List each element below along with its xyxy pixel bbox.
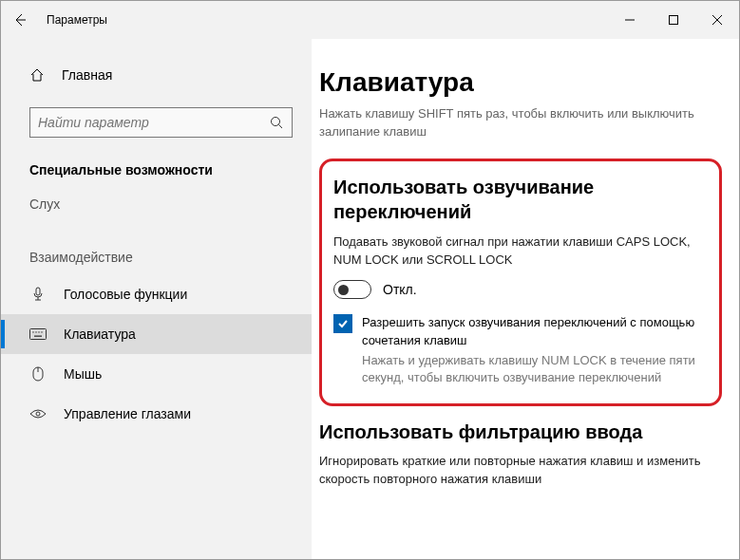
sidebar-item-keyboard[interactable]: Клавиатура	[1, 314, 312, 354]
highlighted-section: Использовать озвучивание переключений По…	[319, 159, 722, 406]
maximize-icon	[669, 15, 678, 25]
sidebar-item-speech[interactable]: Голосовые функции	[1, 274, 312, 314]
window-body: Главная Специальные возможности Слух Вза…	[1, 39, 739, 559]
svg-line-6	[279, 125, 283, 129]
toggle-knob	[338, 285, 349, 295]
sidebar-item-eyecontrol[interactable]: Управление глазами	[1, 394, 312, 434]
svg-point-11	[38, 331, 39, 332]
maximize-button[interactable]	[652, 1, 695, 39]
togglekeys-switch[interactable]	[333, 280, 371, 299]
checkbox-hint: Нажать и удерживать клавишу NUM LOCK в т…	[362, 352, 708, 386]
window-controls	[608, 1, 739, 39]
svg-rect-8	[30, 329, 47, 340]
search-icon	[269, 115, 284, 130]
close-button[interactable]	[695, 1, 739, 39]
svg-point-16	[36, 412, 40, 416]
arrow-left-icon	[12, 12, 28, 28]
sidebar-group-interaction: Взаимодействие	[1, 240, 312, 274]
sidebar: Главная Специальные возможности Слух Вза…	[1, 39, 312, 559]
main-content: Клавиатура Нажать клавишу SHIFT пять раз…	[312, 39, 739, 559]
sidebar-item-label: Клавиатура	[64, 327, 136, 342]
sidebar-home[interactable]: Главная	[1, 58, 312, 92]
sidebar-item-label: Голосовые функции	[64, 287, 187, 302]
section-desc-togglekeys: Подавать звуковой сигнал при нажатии кла…	[333, 233, 708, 270]
sidebar-home-label: Главная	[62, 67, 112, 83]
toggle-row: Откл.	[333, 280, 708, 299]
sidebar-item-label: Управление глазами	[64, 406, 191, 421]
svg-point-9	[32, 331, 33, 332]
svg-rect-13	[34, 336, 42, 337]
search-input[interactable]	[38, 115, 269, 130]
page-subtext: Нажать клавишу SHIFT пять раз, чтобы вкл…	[319, 105, 722, 141]
checkbox-text: Разрешить запуск озвучивания переключени…	[362, 314, 708, 386]
microphone-icon	[29, 287, 47, 302]
search-box[interactable]	[29, 107, 293, 138]
sidebar-group-hearing: Слух	[1, 187, 312, 221]
keyboard-icon	[29, 328, 47, 340]
togglekeys-switch-label: Откл.	[383, 282, 417, 297]
svg-point-5	[272, 118, 280, 126]
togglekeys-shortcut-checkbox[interactable]	[333, 314, 352, 333]
checkbox-row: Разрешить запуск озвучивания переключени…	[333, 314, 708, 386]
svg-rect-7	[36, 288, 40, 295]
svg-rect-2	[670, 16, 678, 25]
minimize-icon	[625, 15, 635, 25]
svg-point-12	[41, 331, 42, 332]
checkbox-label: Разрешить запуск озвучивания переключени…	[362, 314, 708, 348]
minimize-button[interactable]	[608, 1, 652, 39]
titlebar: Параметры	[1, 1, 739, 39]
section-title-togglekeys: Использовать озвучивание переключений	[333, 175, 708, 224]
search-wrap	[29, 107, 293, 138]
section-title-filterkeys: Использовать фильтрацию ввода	[319, 421, 722, 443]
sidebar-item-label: Мышь	[64, 366, 102, 382]
svg-point-10	[35, 331, 36, 332]
window-title: Параметры	[47, 13, 107, 27]
sidebar-item-mouse[interactable]: Мышь	[1, 354, 312, 394]
section-desc-filterkeys: Игнорировать краткие или повторные нажат…	[319, 453, 722, 489]
sidebar-category: Специальные возможности	[1, 153, 312, 187]
close-icon	[712, 15, 722, 25]
page-title: Клавиатура	[319, 67, 722, 98]
mouse-icon	[29, 366, 47, 382]
home-icon	[29, 67, 45, 83]
eye-icon	[29, 408, 47, 420]
settings-window: Параметры Главная	[0, 0, 740, 560]
check-icon	[336, 317, 350, 330]
back-button[interactable]	[1, 1, 39, 39]
